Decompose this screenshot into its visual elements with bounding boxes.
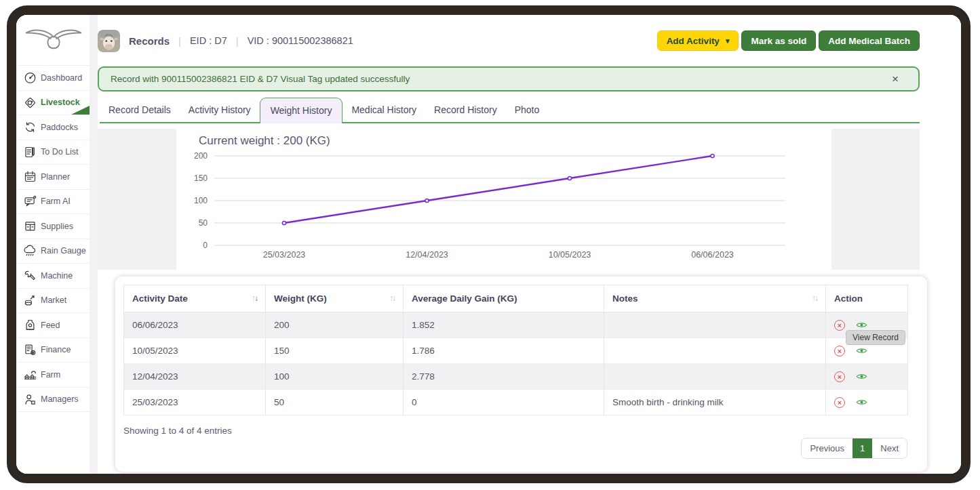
sidebar-nav: Dashboard Livestock Paddocks To Do List …	[18, 65, 90, 412]
weight-chart-panel: Current weight : 200 (KG) 05010015020025…	[176, 129, 831, 270]
sidebar-item-label: Managers	[41, 394, 79, 404]
sort-icon[interactable]: ↑↓	[252, 293, 257, 303]
view-record-icon[interactable]	[856, 347, 867, 354]
mark-as-sold-button[interactable]: Mark as sold	[741, 30, 816, 51]
app: Dashboard Livestock Paddocks To Do List …	[16, 15, 961, 474]
sidebar-item-machine[interactable]: Machine	[18, 263, 90, 288]
column-header-activity-date[interactable]: Activity Date↑↓	[124, 285, 266, 312]
caret-down-icon: ▾	[726, 37, 730, 45]
sidebar-item-managers[interactable]: Managers	[18, 387, 90, 412]
column-header-average-daily-gain-kg-: Average Daily Gain (KG)	[404, 285, 604, 312]
delete-record-icon[interactable]: ×	[834, 346, 845, 356]
cell-activity-date: 25/03/2023	[124, 390, 266, 415]
sidebar-item-label: Rain Gauge	[41, 246, 86, 256]
showing-entries-text: Showing 1 to 4 of 4 entries	[123, 426, 232, 436]
svg-text:25/03/2023: 25/03/2023	[263, 250, 306, 260]
mark-as-sold-label: Mark as sold	[751, 36, 806, 46]
table-row: 25/03/2023 50 0 Smooth birth - drinking …	[124, 390, 908, 415]
cell-notes	[604, 312, 826, 338]
vid-value: VID : 900115002386821	[248, 35, 353, 46]
tab-record-details[interactable]: Record Details	[100, 98, 180, 122]
tab-record-history[interactable]: Record History	[425, 98, 506, 122]
current-page-button[interactable]: 1	[852, 438, 872, 458]
sidebar-item-label: Planner	[41, 172, 70, 182]
add-medical-batch-button[interactable]: Add Medical Batch	[819, 30, 920, 51]
brand-logo	[18, 15, 90, 65]
farm-ai-icon	[22, 195, 37, 209]
sidebar-item-supplies[interactable]: Supplies	[18, 213, 90, 239]
sidebar-item-livestock[interactable]: Livestock	[18, 90, 90, 115]
add-activity-button[interactable]: Add Activity ▾	[657, 30, 739, 51]
animal-photo-avatar	[98, 30, 120, 52]
weight-history-table: Activity Date↑↓Weight (KG)↑↓Average Dail…	[123, 285, 908, 415]
previous-page-button[interactable]: Previous	[802, 438, 852, 458]
view-record-icon[interactable]	[856, 373, 867, 380]
sidebar-item-market[interactable]: Market	[18, 288, 90, 313]
sidebar-item-label: To Do List	[41, 147, 79, 157]
delete-record-icon[interactable]: ×	[834, 371, 845, 382]
sort-icon[interactable]: ↑↓	[389, 293, 395, 303]
view-record-icon[interactable]	[856, 399, 867, 406]
svg-text:12/04/2023: 12/04/2023	[406, 250, 448, 260]
sidebar-item-rain-gauge[interactable]: Rain Gauge	[18, 239, 90, 264]
weight-line-chart: 05010015020025/03/202312/04/202310/05/20…	[176, 129, 831, 270]
managers-icon	[22, 392, 37, 407]
sidebar-item-label: Finance	[41, 345, 71, 354]
eid-value: EID : D7	[190, 35, 227, 46]
pagination: Previous 1 Next	[801, 438, 907, 459]
add-medical-batch-label: Add Medical Batch	[828, 36, 910, 46]
todo-list-icon	[22, 145, 37, 159]
next-page-button[interactable]: Next	[872, 438, 907, 458]
rain-gauge-icon	[22, 244, 37, 258]
sidebar-divider	[90, 15, 98, 474]
sidebar: Dashboard Livestock Paddocks To Do List …	[18, 15, 90, 474]
sidebar-item-label: Machine	[41, 271, 73, 281]
cell-activity-date: 06/06/2023	[124, 312, 266, 338]
tab-activity-history[interactable]: Activity History	[180, 98, 260, 122]
sidebar-item-label: Paddocks	[41, 123, 78, 132]
delete-record-icon[interactable]: ×	[834, 320, 845, 331]
sidebar-item-farm[interactable]: Farm	[18, 362, 90, 387]
cell-avg-daily-gain: 0	[404, 390, 604, 415]
app-window-frame: Dashboard Livestock Paddocks To Do List …	[7, 5, 971, 483]
svg-text:0: 0	[203, 241, 208, 250]
view-record-tooltip: View Record	[846, 330, 905, 345]
cell-notes	[604, 364, 826, 390]
sidebar-item-planner[interactable]: Planner	[18, 164, 90, 189]
divider: |	[178, 35, 181, 47]
table-head: Activity Date↑↓Weight (KG)↑↓Average Dail…	[124, 285, 908, 312]
record-header: Records | EID : D7 | VID : 9001150023868…	[98, 26, 920, 56]
close-icon[interactable]: ×	[892, 73, 899, 85]
sidebar-item-finance[interactable]: Finance	[18, 338, 90, 363]
sidebar-item-label: Farm AI	[41, 197, 71, 206]
sidebar-item-label: Market	[41, 295, 66, 305]
delete-record-icon[interactable]: ×	[834, 397, 845, 408]
market-icon	[22, 293, 37, 308]
sidebar-item-dashboard[interactable]: Dashboard	[18, 65, 90, 90]
cell-avg-daily-gain: 1.786	[404, 338, 604, 364]
alert-message: Record with 900115002386821 EID & D7 Vis…	[111, 74, 410, 84]
column-header-weight-kg-[interactable]: Weight (KG)↑↓	[266, 285, 404, 312]
svg-text:06/06/2023: 06/06/2023	[691, 250, 734, 260]
sidebar-item-to-do-list[interactable]: To Do List	[18, 140, 90, 165]
sidebar-item-label: Feed	[41, 321, 60, 330]
column-header-action: Action	[826, 285, 908, 312]
tab-medical-history[interactable]: Medical History	[342, 98, 425, 122]
bull-logo-icon	[22, 24, 85, 56]
view-record-icon[interactable]	[856, 321, 867, 329]
sort-icon[interactable]: ↑↓	[812, 293, 817, 303]
column-header-notes[interactable]: Notes↑↓	[604, 285, 826, 312]
finance-icon	[22, 343, 37, 357]
tab-photo[interactable]: Photo	[506, 98, 549, 122]
sidebar-item-farm-ai[interactable]: Farm AI	[18, 189, 90, 214]
paddocks-icon	[22, 120, 37, 134]
svg-text:150: 150	[194, 173, 208, 183]
tab-weight-history[interactable]: Weight History	[260, 98, 343, 123]
cell-notes: Smooth birth - drinking milk	[604, 390, 826, 415]
svg-text:100: 100	[194, 196, 208, 205]
sidebar-item-feed[interactable]: Feed	[18, 312, 90, 338]
sidebar-item-paddocks[interactable]: Paddocks	[18, 115, 90, 140]
add-activity-label: Add Activity	[667, 36, 720, 46]
weight-history-card: Activity Date↑↓Weight (KG)↑↓Average Dail…	[115, 277, 927, 472]
cell-activity-date: 10/05/2023	[124, 338, 266, 364]
